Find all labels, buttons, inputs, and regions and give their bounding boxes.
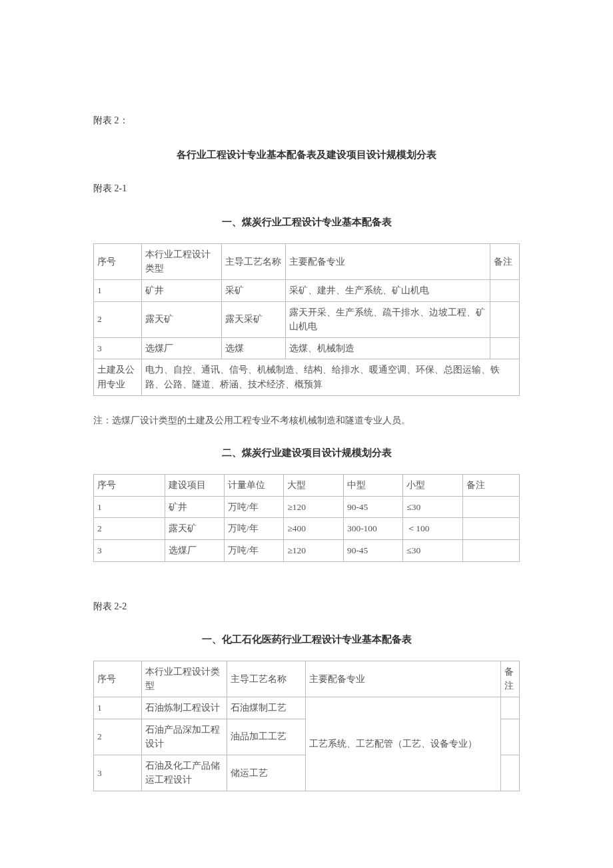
cell-note bbox=[501, 697, 520, 719]
cell-craft: 储运工艺 bbox=[227, 755, 306, 791]
cell-note bbox=[501, 755, 520, 791]
th-craft: 主导工艺名称 bbox=[227, 661, 306, 697]
cell-type: 选煤厂 bbox=[142, 337, 222, 359]
cell-shared-content: 电力、自控、通讯、信号、机械制造、结构、给排水、暖通空调、环保、总图运输、铁路、… bbox=[142, 359, 520, 395]
cell-note bbox=[462, 496, 519, 518]
cell-type: 石油炼制工程设计 bbox=[142, 697, 227, 719]
table-row: 2 露天矿 露天采矿 露天开采、生产系统、疏干排水、边坡工程、矿山机电 bbox=[94, 301, 520, 337]
cell-seq: 2 bbox=[94, 719, 142, 755]
cell-seq: 3 bbox=[94, 755, 142, 791]
cell-medium: 300-100 bbox=[343, 518, 402, 540]
table-row: 1 矿井 采矿 采矿、建井、生产系统、矿山机电 bbox=[94, 279, 520, 301]
section3-title: 一、化工石化医药行业工程设计专业基本配备表 bbox=[93, 631, 520, 647]
cell-craft: 选煤 bbox=[222, 337, 286, 359]
table-row-shared: 土建及公用专业 电力、自控、通讯、信号、机械制造、结构、给排水、暖通空调、环保、… bbox=[94, 359, 520, 395]
th-craft: 主导工艺名称 bbox=[222, 243, 286, 279]
cell-craft: 油品加工工艺 bbox=[227, 719, 306, 755]
th-note: 备注 bbox=[462, 475, 519, 497]
appendix-2-2-label: 附表 2-2 bbox=[93, 599, 520, 614]
cell-seq: 3 bbox=[94, 539, 165, 561]
cell-seq: 1 bbox=[94, 697, 142, 719]
cell-seq: 1 bbox=[94, 496, 165, 518]
cell-craft: 露天采矿 bbox=[222, 301, 286, 337]
section1-title: 一、煤炭行业工程设计专业基本配备表 bbox=[93, 214, 520, 230]
cell-unit: 万吨/年 bbox=[224, 518, 283, 540]
th-type: 本行业工程设计类型 bbox=[142, 243, 222, 279]
cell-small: ＜100 bbox=[403, 518, 462, 540]
th-majors: 主要配备专业 bbox=[286, 243, 490, 279]
cell-small: ≤30 bbox=[403, 496, 462, 518]
th-proj: 建设项目 bbox=[165, 475, 224, 497]
th-small: 小型 bbox=[403, 475, 462, 497]
cell-proj: 选煤厂 bbox=[165, 539, 224, 561]
cell-type: 石油产品深加工程设计 bbox=[142, 719, 227, 755]
table-row: 1 石油炼制工程设计 石油煤制工艺 工艺系统、工艺配管（工艺、设备专业） bbox=[94, 697, 520, 719]
cell-large: ≥120 bbox=[284, 496, 343, 518]
cell-type: 矿井 bbox=[142, 279, 222, 301]
cell-seq: 2 bbox=[94, 301, 142, 337]
th-unit: 计量单位 bbox=[224, 475, 283, 497]
cell-majors: 露天开采、生产系统、疏干排水、边坡工程、矿山机电 bbox=[286, 301, 490, 337]
th-medium: 中型 bbox=[343, 475, 402, 497]
th-seq: 序号 bbox=[94, 661, 142, 697]
section2-title: 二、煤炭行业建设项目设计规模划分表 bbox=[93, 445, 520, 461]
cell-seq: 2 bbox=[94, 518, 165, 540]
table-3: 序号 本行业工程设计类型 主导工艺名称 主要配备专业 备注 1 石油炼制工程设计… bbox=[93, 661, 520, 791]
cell-proj: 露天矿 bbox=[165, 518, 224, 540]
th-type: 本行业工程设计类型 bbox=[142, 661, 227, 697]
cell-proj: 矿井 bbox=[165, 496, 224, 518]
th-large: 大型 bbox=[284, 475, 343, 497]
cell-medium: 90-45 bbox=[343, 496, 402, 518]
cell-seq: 1 bbox=[94, 279, 142, 301]
table-row: 3 选煤厂 选煤 选煤、机械制造 bbox=[94, 337, 520, 359]
cell-craft: 采矿 bbox=[222, 279, 286, 301]
table-1: 序号 本行业工程设计类型 主导工艺名称 主要配备专业 备注 1 矿井 采矿 采矿… bbox=[93, 243, 520, 396]
cell-shared-label: 土建及公用专业 bbox=[94, 359, 142, 395]
cell-small: ≤30 bbox=[403, 539, 462, 561]
appendix-2-1-label: 附表 2-1 bbox=[93, 181, 520, 196]
table-header-row: 序号 建设项目 计量单位 大型 中型 小型 备注 bbox=[94, 475, 520, 497]
cell-unit: 万吨/年 bbox=[224, 539, 283, 561]
th-majors: 主要配备专业 bbox=[306, 661, 501, 697]
cell-majors-merged: 工艺系统、工艺配管（工艺、设备专业） bbox=[306, 697, 501, 791]
cell-seq: 3 bbox=[94, 337, 142, 359]
th-seq: 序号 bbox=[94, 475, 165, 497]
cell-note bbox=[490, 301, 520, 337]
cell-note bbox=[490, 279, 520, 301]
cell-type: 石油及化工产品储运工程设计 bbox=[142, 755, 227, 791]
th-seq: 序号 bbox=[94, 243, 142, 279]
cell-note bbox=[501, 719, 520, 755]
th-note: 备注 bbox=[501, 661, 520, 697]
cell-note bbox=[462, 539, 519, 561]
cell-type: 露天矿 bbox=[142, 301, 222, 337]
cell-medium: 90-45 bbox=[343, 539, 402, 561]
cell-craft: 石油煤制工艺 bbox=[227, 697, 306, 719]
cell-large: ≥120 bbox=[284, 539, 343, 561]
table-2: 序号 建设项目 计量单位 大型 中型 小型 备注 1 矿井 万吨/年 ≥120 … bbox=[93, 474, 520, 561]
cell-note bbox=[462, 518, 519, 540]
cell-unit: 万吨/年 bbox=[224, 496, 283, 518]
main-title: 各行业工程设计专业基本配备表及建设项目设计规模划分表 bbox=[93, 147, 520, 163]
cell-note bbox=[490, 337, 520, 359]
table-row: 2 露天矿 万吨/年 ≥400 300-100 ＜100 bbox=[94, 518, 520, 540]
appendix-label: 附表 2： bbox=[93, 113, 520, 128]
cell-majors: 选煤、机械制造 bbox=[286, 337, 490, 359]
section1-footnote: 注：选煤厂设计类型的土建及公用工程专业不考核机械制造和隧道专业人员。 bbox=[93, 413, 520, 428]
cell-majors: 采矿、建井、生产系统、矿山机电 bbox=[286, 279, 490, 301]
cell-large: ≥400 bbox=[284, 518, 343, 540]
th-note: 备注 bbox=[490, 243, 520, 279]
table-row: 1 矿井 万吨/年 ≥120 90-45 ≤30 bbox=[94, 496, 520, 518]
table-header-row: 序号 本行业工程设计类型 主导工艺名称 主要配备专业 备注 bbox=[94, 243, 520, 279]
table-header-row: 序号 本行业工程设计类型 主导工艺名称 主要配备专业 备注 bbox=[94, 661, 520, 697]
table-row: 3 选煤厂 万吨/年 ≥120 90-45 ≤30 bbox=[94, 539, 520, 561]
